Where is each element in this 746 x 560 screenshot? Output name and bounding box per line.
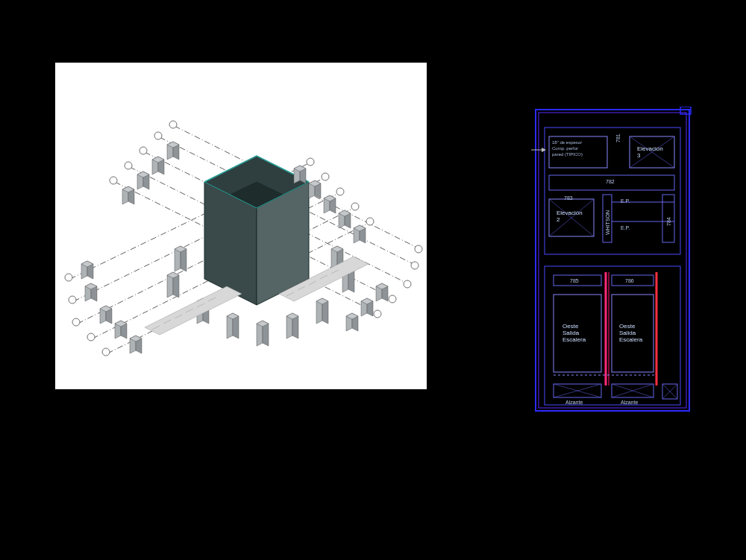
svg-point-10 (336, 188, 344, 195)
label-781: 781 (615, 133, 621, 142)
svg-point-14 (307, 158, 314, 166)
label-ep1: E.P. (621, 198, 630, 204)
note-line3: pared (TIPICO) (552, 151, 583, 158)
label-oeste-2: Oeste Salida Escalera (619, 323, 642, 343)
svg-point-25 (72, 318, 80, 326)
label-784: 784 (665, 217, 672, 226)
svg-point-27 (102, 348, 110, 356)
core-box (204, 156, 309, 305)
svg-point-23 (411, 262, 419, 269)
svg-point-17 (110, 177, 117, 184)
svg-point-19 (169, 121, 177, 128)
label-whitson: WHITSON (604, 210, 611, 235)
svg-point-26 (87, 333, 95, 341)
stage: 18" de espesor Comp. perfor pared (TIPIC… (0, 0, 746, 560)
svg-point-28 (69, 296, 76, 303)
cad-sheet-panel: 18" de espesor Comp. perfor pared (TIPIC… (531, 107, 694, 414)
label-alzante-2: Alzante (621, 399, 638, 406)
svg-point-22 (374, 310, 381, 318)
svg-point-13 (322, 173, 329, 180)
svg-point-21 (389, 295, 396, 303)
svg-point-16 (125, 162, 132, 169)
label-783: 783 (564, 195, 573, 201)
isometric-drawing (55, 63, 427, 389)
svg-marker-130 (542, 148, 546, 152)
label-786: 786 (625, 277, 634, 284)
label-elevacion-2: Elevación 2 (557, 210, 583, 223)
isometric-view-panel (55, 63, 427, 389)
svg-point-11 (351, 203, 359, 210)
label-elevacion-3: Elevación 3 (637, 145, 663, 159)
svg-point-18 (154, 132, 162, 139)
label-782: 782 (606, 178, 615, 185)
svg-point-20 (404, 280, 411, 288)
svg-point-29 (65, 274, 72, 281)
svg-point-15 (140, 147, 147, 154)
label-alzante-1: Alzante (565, 399, 583, 406)
svg-point-12 (366, 218, 374, 225)
label-ep2: E.P. (621, 224, 630, 231)
label-785: 785 (570, 277, 579, 284)
label-oeste-1: Oeste Salida Escalera (562, 323, 586, 343)
svg-point-24 (415, 245, 422, 253)
